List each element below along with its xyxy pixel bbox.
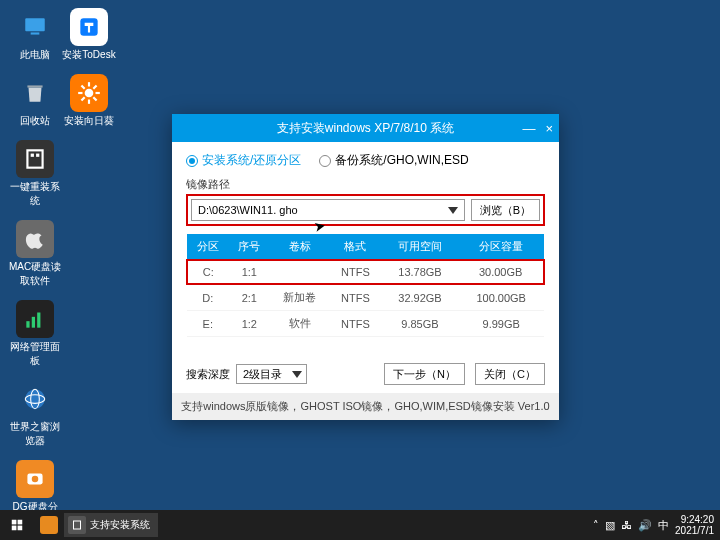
path-highlight: D:\0623\WIN11. gho 浏览（B） <box>186 194 545 226</box>
desktop-icon-reinstall[interactable]: 一键重装系统 <box>8 140 62 208</box>
desktop-icon-label: 网络管理面板 <box>10 341 60 366</box>
desktop-icon-net[interactable]: 网络管理面板 <box>8 300 62 368</box>
mode-radios: 安装系统/还原分区 备份系统/GHO,WIN,ESD <box>186 152 545 169</box>
svg-rect-5 <box>36 154 39 157</box>
svg-rect-26 <box>12 526 17 531</box>
close-button[interactable]: × <box>545 121 553 136</box>
chevron-down-icon <box>292 371 302 378</box>
partition-table: 分区 序号 卷标 格式 可用空间 分区容量 C:1:1NTFS13.78GB30… <box>186 234 545 337</box>
svg-rect-24 <box>12 520 17 525</box>
sunflower-icon <box>76 80 102 106</box>
tray-ime-icon[interactable]: 中 <box>658 518 669 533</box>
path-dropdown[interactable]: D:\0623\WIN11. gho <box>191 199 465 221</box>
col-size: 分区容量 <box>458 234 544 260</box>
window-controls: — × <box>522 114 553 142</box>
depth-select[interactable]: 2级目录 <box>236 364 307 384</box>
tray-chevron-icon[interactable]: ˄ <box>593 519 599 532</box>
footnote: 支持windows原版镜像，GHOST ISO镜像，GHO,WIM,ESD镜像安… <box>172 393 559 420</box>
radio-backup[interactable]: 备份系统/GHO,WIN,ESD <box>319 152 468 169</box>
window-body: 安装系统/还原分区 备份系统/GHO,WIN,ESD 镜像路径 D:\0623\… <box>172 142 559 393</box>
window-title: 支持安装windows XP/7/8/10 系统 <box>277 120 454 137</box>
desktop-icon-label: 此电脑 <box>20 49 50 60</box>
taskbar-clock[interactable]: 9:24:20 2021/7/1 <box>675 514 714 536</box>
svg-line-23 <box>93 85 96 88</box>
net-icon <box>22 306 48 332</box>
desktop-col-2: 安装ToDesk 安装向日葵 <box>62 8 116 140</box>
svg-rect-6 <box>26 321 29 328</box>
titlebar[interactable]: 支持安装windows XP/7/8/10 系统 — × <box>172 114 559 142</box>
svg-rect-27 <box>18 526 23 531</box>
next-button[interactable]: 下一步（N） <box>384 363 465 385</box>
svg-line-20 <box>81 85 84 88</box>
radio-dot-icon <box>319 155 331 167</box>
depth-control: 搜索深度 2级目录 <box>186 364 307 384</box>
col-index: 序号 <box>229 234 271 260</box>
radio-install[interactable]: 安装系统/还原分区 <box>186 152 301 169</box>
desktop-icon-mac[interactable]: MAC硬盘读取软件 <box>8 220 62 288</box>
svg-rect-28 <box>74 521 81 529</box>
browse-button[interactable]: 浏览（B） <box>471 199 540 221</box>
svg-point-13 <box>32 476 39 483</box>
desktop-icon-globe[interactable]: 世界之窗浏览器 <box>8 380 62 448</box>
desktop-icon-label: 安装向日葵 <box>64 115 114 126</box>
svg-rect-0 <box>25 18 45 31</box>
svg-line-22 <box>81 97 84 100</box>
tray-network-icon[interactable]: 🖧 <box>621 519 632 531</box>
taskbar-pinned-app[interactable] <box>34 510 64 540</box>
desktop-icon-label: 一键重装系统 <box>10 181 60 206</box>
clock-time: 9:24:20 <box>675 514 714 525</box>
start-button[interactable] <box>0 510 34 540</box>
svg-rect-7 <box>32 317 35 328</box>
svg-point-15 <box>85 89 94 98</box>
svg-rect-2 <box>27 85 42 87</box>
desktop-icon-label: 回收站 <box>20 115 50 126</box>
path-value: D:\0623\WIN11. gho <box>198 204 298 216</box>
pc-icon <box>22 14 48 40</box>
col-volume: 卷标 <box>270 234 329 260</box>
tray-app-icon[interactable]: ▧ <box>605 519 615 532</box>
task-label: 支持安装系统 <box>90 518 150 532</box>
svg-rect-8 <box>37 313 40 328</box>
taskbar: 支持安装系统 ˄ ▧ 🖧 🔊 中 9:24:20 2021/7/1 <box>0 510 720 540</box>
desktop-icon-label: 世界之窗浏览器 <box>10 421 60 446</box>
table-row[interactable]: E:1:2软件NTFS9.85GB9.99GB <box>187 311 544 337</box>
path-label: 镜像路径 <box>186 177 545 192</box>
table-row[interactable]: C:1:1NTFS13.78GB30.00GB <box>187 260 544 284</box>
reinstall-icon <box>22 146 48 172</box>
globe-icon <box>22 386 48 412</box>
table-header-row: 分区 序号 卷标 格式 可用空间 分区容量 <box>187 234 544 260</box>
desktop-icon-bin[interactable]: 回收站 <box>8 74 62 128</box>
svg-point-9 <box>25 389 45 409</box>
todesk-icon <box>76 14 102 40</box>
window-footer: 搜索深度 2级目录 下一步（N） 关闭（C） <box>186 363 545 385</box>
svg-rect-25 <box>18 520 23 525</box>
col-free: 可用空间 <box>382 234 459 260</box>
folder-icon <box>40 516 58 534</box>
svg-line-21 <box>93 97 96 100</box>
radio-label: 备份系统/GHO,WIN,ESD <box>335 152 468 169</box>
app-window: 支持安装windows XP/7/8/10 系统 — × 安装系统/还原分区 备… <box>172 114 559 420</box>
clock-date: 2021/7/1 <box>675 525 714 536</box>
depth-label: 搜索深度 <box>186 367 230 382</box>
windows-icon <box>10 518 24 532</box>
system-tray: ˄ ▧ 🖧 🔊 中 9:24:20 2021/7/1 <box>593 514 720 536</box>
radio-dot-icon <box>186 155 198 167</box>
desktop-icon-sunflower[interactable]: 安装向日葵 <box>62 74 116 128</box>
svg-rect-4 <box>31 154 34 157</box>
desktop-icon-pc[interactable]: 此电脑 <box>8 8 62 62</box>
desktop-icon-label: MAC硬盘读取软件 <box>9 261 61 286</box>
col-format: 格式 <box>329 234 381 260</box>
chevron-down-icon <box>448 207 458 214</box>
close-window-button[interactable]: 关闭（C） <box>475 363 545 385</box>
col-partition: 分区 <box>187 234 229 260</box>
taskbar-task[interactable]: 支持安装系统 <box>64 513 158 537</box>
task-icon <box>68 516 86 534</box>
table-row[interactable]: D:2:1新加卷NTFS32.92GB100.00GB <box>187 284 544 311</box>
radio-label: 安装系统/还原分区 <box>202 152 301 169</box>
bin-icon <box>22 80 48 106</box>
svg-rect-3 <box>27 150 42 167</box>
tray-volume-icon[interactable]: 🔊 <box>638 519 652 532</box>
minimize-button[interactable]: — <box>522 121 535 136</box>
desktop-icon-todesk[interactable]: 安装ToDesk <box>62 8 116 62</box>
apple-icon <box>22 226 48 252</box>
